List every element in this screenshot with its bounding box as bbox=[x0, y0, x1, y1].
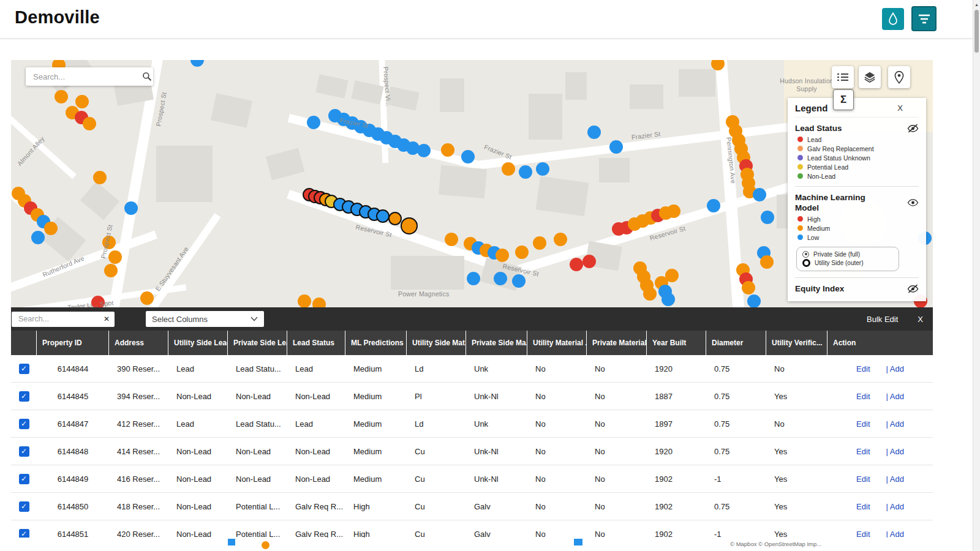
toolbar-close-button[interactable]: X bbox=[918, 315, 923, 324]
map-marker[interactable] bbox=[104, 264, 118, 277]
add-link[interactable]: | Add bbox=[886, 392, 904, 401]
map-marker[interactable] bbox=[445, 233, 458, 246]
column-header[interactable]: Private Side Ma... bbox=[466, 331, 527, 355]
map-marker[interactable] bbox=[55, 90, 68, 103]
map-marker[interactable] bbox=[582, 255, 596, 268]
row-checkbox[interactable]: ✓ bbox=[19, 419, 29, 429]
map-marker[interactable] bbox=[496, 249, 509, 262]
map-marker[interactable] bbox=[643, 287, 657, 301]
table-search-input[interactable] bbox=[17, 314, 99, 324]
column-header[interactable]: Utility Verific... bbox=[766, 331, 827, 355]
map-marker[interactable] bbox=[707, 199, 720, 212]
row-checkbox[interactable]: ✓ bbox=[19, 529, 29, 538]
column-header[interactable]: Action bbox=[827, 331, 933, 355]
column-header[interactable]: Private Side Lea... bbox=[228, 331, 287, 355]
map-marker[interactable] bbox=[140, 291, 154, 305]
map-marker[interactable] bbox=[31, 231, 45, 244]
layers-button[interactable] bbox=[859, 66, 881, 88]
map-marker[interactable] bbox=[401, 217, 418, 234]
map-marker[interactable] bbox=[388, 212, 402, 225]
column-header[interactable]: ML Predictions bbox=[345, 331, 407, 355]
add-link[interactable]: | Add bbox=[886, 530, 904, 538]
map-marker[interactable] bbox=[742, 281, 755, 294]
row-checkbox[interactable]: ✓ bbox=[19, 501, 29, 512]
select-columns-dropdown[interactable]: Select Columns bbox=[146, 311, 264, 327]
legend-close-button[interactable]: X bbox=[897, 103, 919, 113]
search-icon[interactable] bbox=[142, 72, 152, 81]
eye-off-icon[interactable] bbox=[907, 284, 919, 293]
edit-link[interactable]: Edit bbox=[856, 447, 870, 456]
map-marker[interactable] bbox=[609, 140, 623, 154]
location-pin-button[interactable] bbox=[888, 66, 910, 88]
column-header[interactable]: Year Built bbox=[647, 331, 706, 355]
vertical-scrollbar[interactable]: ▲ bbox=[973, 0, 980, 551]
add-link[interactable]: | Add bbox=[886, 419, 904, 429]
add-link[interactable]: | Add bbox=[886, 474, 904, 484]
clear-search-icon[interactable]: ✕ bbox=[99, 315, 115, 323]
map-marker[interactable] bbox=[533, 236, 546, 250]
column-header[interactable]: Utility Material ... bbox=[527, 331, 587, 355]
edit-link[interactable]: Edit bbox=[856, 392, 870, 401]
map-marker[interactable] bbox=[753, 188, 766, 201]
scrollbar-thumb[interactable] bbox=[974, 10, 979, 53]
map-marker[interactable] bbox=[75, 95, 89, 108]
edit-link[interactable]: Edit bbox=[856, 419, 870, 429]
map-marker[interactable] bbox=[587, 126, 601, 139]
legend-style-option[interactable]: Utility Side (outer) bbox=[802, 259, 893, 267]
map-marker[interactable] bbox=[190, 60, 204, 67]
table-search[interactable]: ✕ bbox=[12, 312, 115, 327]
map[interactable]: Prospect StProspect St...ll AveAlmont Al… bbox=[11, 60, 933, 307]
map-marker[interactable] bbox=[467, 272, 480, 285]
map-marker[interactable] bbox=[519, 165, 532, 179]
list-view-button[interactable] bbox=[832, 66, 854, 88]
sigma-button[interactable]: Σ bbox=[833, 89, 854, 110]
map-search[interactable] bbox=[26, 67, 153, 86]
add-link[interactable]: | Add bbox=[886, 447, 904, 456]
filter-button[interactable] bbox=[911, 6, 937, 31]
map-marker[interactable] bbox=[83, 117, 96, 130]
map-marker[interactable] bbox=[761, 211, 774, 224]
map-marker[interactable] bbox=[461, 150, 475, 163]
map-marker[interactable] bbox=[441, 143, 454, 157]
map-marker[interactable] bbox=[515, 246, 529, 259]
edit-link[interactable]: Edit bbox=[856, 474, 870, 484]
map-marker[interactable] bbox=[124, 201, 138, 215]
map-marker[interactable] bbox=[93, 171, 107, 184]
map-marker[interactable] bbox=[417, 144, 431, 157]
add-link[interactable]: | Add bbox=[886, 502, 904, 511]
map-marker[interactable] bbox=[376, 209, 390, 223]
map-marker[interactable] bbox=[760, 255, 774, 269]
scroll-up-arrow[interactable]: ▲ bbox=[974, 2, 979, 7]
map-marker[interactable] bbox=[747, 294, 761, 307]
column-header[interactable]: Diameter bbox=[706, 331, 766, 355]
column-header[interactable]: Property ID bbox=[37, 331, 109, 355]
map-marker[interactable] bbox=[665, 269, 679, 282]
map-marker[interactable] bbox=[307, 116, 320, 129]
water-drop-button[interactable] bbox=[882, 8, 904, 30]
map-marker[interactable] bbox=[570, 258, 583, 271]
map-marker[interactable] bbox=[108, 250, 122, 264]
edit-link[interactable]: Edit bbox=[856, 364, 870, 373]
column-header[interactable]: Private Material... bbox=[587, 331, 647, 355]
eye-off-icon[interactable] bbox=[907, 124, 919, 133]
map-marker[interactable] bbox=[536, 162, 549, 176]
bulk-edit-button[interactable]: Bulk Edit bbox=[867, 315, 898, 324]
map-search-input[interactable] bbox=[32, 72, 142, 82]
column-header[interactable]: Lead Status bbox=[287, 331, 345, 355]
column-header[interactable]: Address bbox=[109, 331, 168, 355]
row-checkbox[interactable]: ✓ bbox=[19, 446, 29, 457]
map-marker[interactable] bbox=[298, 294, 311, 307]
edit-link[interactable]: Edit bbox=[856, 530, 870, 538]
row-checkbox[interactable]: ✓ bbox=[19, 364, 29, 374]
edit-link[interactable]: Edit bbox=[856, 502, 870, 511]
legend-style-option[interactable]: Private Side (full) bbox=[802, 251, 893, 258]
map-marker[interactable] bbox=[512, 274, 526, 288]
map-marker[interactable] bbox=[494, 272, 507, 285]
map-marker[interactable] bbox=[44, 222, 58, 235]
map-marker[interactable] bbox=[312, 298, 326, 307]
row-checkbox[interactable]: ✓ bbox=[19, 391, 29, 402]
map-marker[interactable] bbox=[502, 162, 515, 176]
column-header[interactable]: Utility Side Mat... bbox=[407, 331, 466, 355]
map-marker[interactable] bbox=[662, 293, 675, 306]
map-marker[interactable] bbox=[554, 233, 567, 246]
